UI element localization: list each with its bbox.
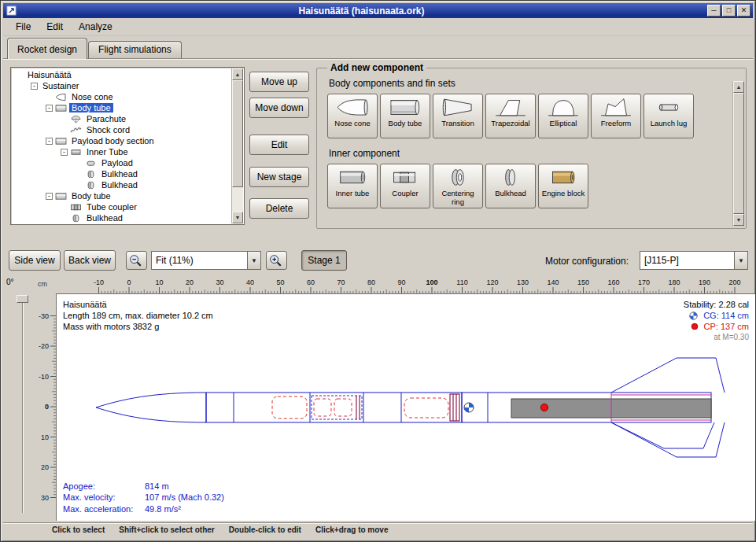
tree-item-label[interactable]: Body tube [69,103,113,112]
add-transition-button[interactable]: Transition [433,94,483,138]
tree-item-body-tube[interactable]: -Body tube [13,190,230,201]
tree-item-payload[interactable]: Payload [13,157,230,168]
svg-text:-10: -10 [94,278,104,286]
cg-icon [689,312,698,320]
max-velocity-label: Max. velocity: [63,492,145,503]
add-coupler-button[interactable]: Coupler [380,164,430,208]
rotation-slider-handle[interactable] [17,295,28,303]
tree-item-label[interactable]: Payload body section [69,136,157,146]
mach-note: at M=0.30 [684,332,749,343]
nose-cone-lib-icon [336,96,369,119]
add-inner-tube-button[interactable]: Inner tube [327,164,378,208]
tree-item-label[interactable]: Bulkhead [99,180,140,190]
scrollbar-thumb[interactable] [733,93,744,214]
tree-item-shock-cord[interactable]: Shock cord [13,124,230,135]
add-freeform-button[interactable]: Freeform [591,94,641,138]
menu-file[interactable]: File [8,19,39,35]
tree-item-parachute[interactable]: Parachute [13,113,230,124]
tree-item-label[interactable]: Parachute [84,114,128,124]
svg-text:20: 20 [41,463,49,471]
svg-text:80: 80 [367,278,375,286]
chevron-down-icon[interactable]: ▼ [247,252,260,269]
tree-item-tube-coupler[interactable]: Tube coupler [13,201,230,212]
transition-lib-icon [441,96,474,119]
motor-configuration-select[interactable]: [J115-P] ▼ [640,251,748,270]
svg-text:110: 110 [456,278,467,286]
scroll-up-icon[interactable]: ▲ [733,81,744,93]
delete-button[interactable]: Delete [249,198,309,219]
tree-item-label[interactable]: Payload [99,158,135,168]
add-body-tube-button[interactable]: Body tube [380,94,430,138]
tree-collapse-icon[interactable]: - [46,138,53,145]
add-elliptical-button[interactable]: Elliptical [538,94,588,138]
tree-collapse-icon[interactable]: - [46,193,53,200]
tree-item-label[interactable]: Nose cone [69,92,116,101]
component-library: Body components and fin setsNose coneBod… [327,78,727,208]
svg-text:40: 40 [246,278,254,286]
tree-item-label[interactable]: Body tube [69,191,113,201]
side-view-button[interactable]: Side view [9,250,61,271]
add-nose-cone-button[interactable]: Nose cone [327,94,378,138]
tree-item-body-tube[interactable]: -Body tube [13,102,230,113]
tree-item-label[interactable]: Tube coupler [84,202,139,212]
close-button[interactable]: ✕ [737,5,750,17]
internal-components-dashed [272,396,448,418]
zoom-in-button[interactable] [266,251,287,270]
scroll-down-icon[interactable]: ▼ [733,214,744,226]
move-up-button[interactable]: Move up [249,72,309,92]
tab-flight-simulations[interactable]: Flight simulations [88,41,182,59]
add-trapezoidal-button[interactable]: Trapezoidal [485,94,536,138]
add-bulkhead-button[interactable]: Bulkhead [485,164,536,208]
stability-info: Stability: 2.28 cal CG: 114 cm CP: 137 c… [684,299,749,343]
tree-item-sustainer[interactable]: -Sustainer [13,80,230,91]
edit-button[interactable]: Edit [249,135,309,155]
tree-item-label[interactable]: Sustainer [40,81,81,90]
chevron-down-icon[interactable]: ▼ [734,252,747,269]
tree-item-payload-body-section[interactable]: -Payload body section [13,135,230,146]
tree-scrollbar[interactable]: ▲ ▼ [231,68,243,223]
tree-item-label[interactable]: Bulkhead [99,169,140,179]
tree-collapse-icon[interactable]: - [61,149,68,156]
library-row: Inner tubeCouplerCentering ringBulkheadE… [327,164,727,208]
menu-edit[interactable]: Edit [39,19,71,35]
add-launch-lug-button[interactable]: Launch lug [644,94,694,138]
minimize-button[interactable]: ─ [707,5,721,17]
svg-text:-30: -30 [39,312,49,320]
back-view-button[interactable]: Back view [64,250,116,271]
new-stage-button[interactable]: New stage [249,167,309,187]
tree-item-label[interactable]: Shock cord [84,125,132,135]
tree-item-inner-tube[interactable]: -Inner Tube [13,146,230,157]
tree-item-label[interactable]: Bulkhead [84,213,125,223]
add-centering-ring-button[interactable]: Centering ring [433,164,483,208]
tree-item-label[interactable]: Haisunäätä [25,70,74,79]
tree-item-label[interactable]: Inner Tube [84,147,131,157]
app-icon[interactable] [6,5,17,17]
rotation-slider-track[interactable] [22,298,24,513]
scroll-down-icon[interactable]: ▼ [232,212,243,223]
library-scrollbar[interactable]: ▲ ▼ [732,81,744,226]
bulkhead-icon [70,214,82,223]
tree-item-nose-cone[interactable]: Nose cone [13,91,230,102]
maximize-button[interactable]: □ [722,5,736,17]
rocket-canvas[interactable]: Haisunäätä Length 189 cm, max. diameter … [56,293,755,521]
tree-item-bulkhead[interactable]: Bulkhead [13,179,230,190]
tree-item-haisunaata[interactable]: Haisunäätä [13,69,230,80]
scrollbar-thumb[interactable] [232,80,243,187]
component-tree[interactable]: Haisunäätä-SustainerNose cone-Body tubeP… [13,69,230,223]
add-engine-block-button[interactable]: Engine block [538,164,588,208]
menu-analyze[interactable]: Analyze [71,19,120,35]
tab-rocket-design[interactable]: Rocket design [7,38,87,59]
body-tube-icon [55,137,67,146]
tree-collapse-icon[interactable]: - [31,83,38,90]
move-down-button[interactable]: Move down [249,98,309,118]
titlebar[interactable]: Haisunäätä (haisunaata.ork) ─ □ ✕ [3,3,753,18]
zoom-out-button[interactable] [126,251,147,270]
zoom-select[interactable]: Fit (11%) ▼ [151,251,261,270]
stage-1-toggle[interactable]: Stage 1 [301,250,347,271]
tree-item-bulkhead[interactable]: Bulkhead [13,168,230,179]
scroll-up-icon[interactable]: ▲ [232,68,243,80]
library-row: Nose coneBody tubeTransitionTrapezoidalE… [327,94,727,138]
tree-collapse-icon[interactable]: - [46,105,53,112]
parachute-icon [70,115,82,124]
tree-item-bulkhead[interactable]: Bulkhead [13,212,230,223]
